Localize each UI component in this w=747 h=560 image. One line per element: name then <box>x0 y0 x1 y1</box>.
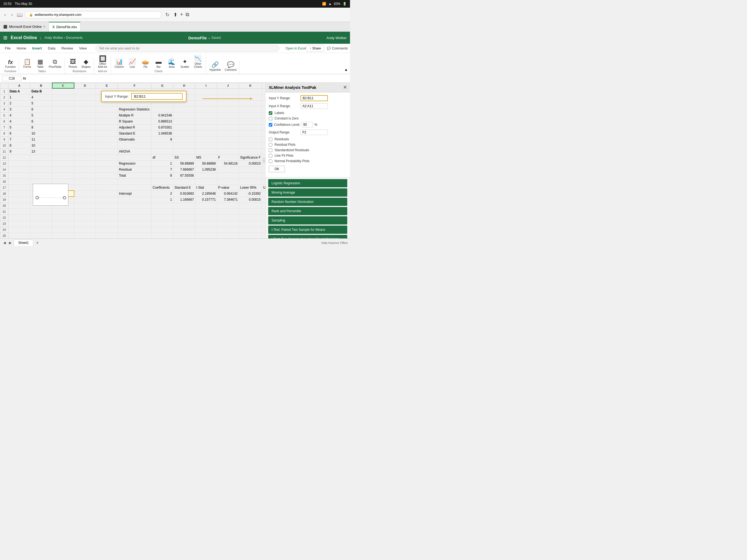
cell-10-2[interactable] <box>52 143 74 149</box>
cell-2-11[interactable] <box>262 94 265 100</box>
tell-me-input[interactable] <box>96 45 279 52</box>
cell-14-2[interactable] <box>52 167 74 173</box>
cell-7-2[interactable] <box>52 124 74 130</box>
cell-12-2[interactable] <box>52 154 74 160</box>
cell-21-5[interactable] <box>118 209 152 215</box>
cell-6-6[interactable]: 0.886513 <box>152 119 173 124</box>
cell-6-0[interactable]: 4 <box>8 119 30 124</box>
cell-5-10[interactable] <box>239 112 262 119</box>
cell-9-9[interactable] <box>217 136 239 143</box>
output-range-input[interactable] <box>301 130 328 135</box>
cell-22-7[interactable] <box>173 215 195 221</box>
cell-22-5[interactable] <box>118 215 152 221</box>
cell-16-6[interactable] <box>152 179 173 184</box>
cell-15-9[interactable] <box>217 173 239 179</box>
cell-16-8[interactable] <box>195 179 217 184</box>
cell-23-2[interactable] <box>52 221 74 227</box>
ribbon-comment-button[interactable]: 💬 Comment <box>223 61 238 72</box>
cell-11-1[interactable]: 13 <box>30 149 52 154</box>
cell-22-10[interactable] <box>239 215 262 221</box>
residual-plots-checkbox[interactable] <box>269 143 272 147</box>
tab-close-icon[interactable]: ✕ <box>43 25 45 28</box>
cell-25-11[interactable] <box>262 233 265 238</box>
cell-14-3[interactable] <box>74 167 96 173</box>
cell-12-6[interactable]: df <box>152 154 173 160</box>
ribbon-officeaddins-button[interactable]: 🔲 OfficeAdd-ins <box>97 55 108 69</box>
input-x-form-field[interactable] <box>301 103 328 109</box>
cell-15-8[interactable] <box>195 173 217 179</box>
cell-19-0[interactable] <box>8 197 30 203</box>
comments-button[interactable]: 💬 Comments <box>327 47 348 50</box>
cell-24-7[interactable] <box>173 227 195 233</box>
cell-23-1[interactable] <box>30 221 52 227</box>
sheet-nav-prev[interactable]: ◀ <box>2 240 7 245</box>
cell-16-4[interactable] <box>96 179 118 184</box>
cell-13-7[interactable]: 59.88889 <box>173 160 195 167</box>
ribbon-forms-button[interactable]: 📋 Forms <box>21 58 33 69</box>
cell-17-9[interactable]: P-value <box>217 184 239 190</box>
cell-10-8[interactable] <box>195 143 217 149</box>
menu-file[interactable]: File <box>2 45 14 52</box>
browser-refresh-button[interactable]: ↻ <box>164 11 171 19</box>
cell-12-0[interactable] <box>8 154 30 160</box>
cell-19-9[interactable]: 7.394671 <box>217 197 239 203</box>
cell-7-0[interactable]: 5 <box>8 124 30 130</box>
add-sheet-button[interactable]: + <box>34 240 40 246</box>
excel-grid[interactable]: A B C D E F G H I J K L M N O <box>0 82 265 238</box>
cell-22-11[interactable] <box>262 215 265 221</box>
cell-7-4[interactable] <box>96 124 118 130</box>
cell-14-5[interactable]: Residual <box>118 167 152 173</box>
cell-14-8[interactable]: 1.095238 <box>195 167 217 173</box>
cell-4-5[interactable]: Regression Statistics <box>118 106 152 112</box>
cell-21-3[interactable] <box>74 209 96 215</box>
cell-6-5[interactable]: R Square <box>118 119 152 124</box>
cell-17-10[interactable]: Lower 95% <box>239 184 262 190</box>
cell-8-3[interactable] <box>74 130 96 136</box>
cell-4-4[interactable] <box>96 106 118 112</box>
cell-5-1[interactable]: 5 <box>30 112 52 119</box>
cell-1-11[interactable] <box>262 88 265 94</box>
cell-21-8[interactable] <box>195 209 217 215</box>
cell-3-1[interactable]: 5 <box>30 100 52 106</box>
cell-4-10[interactable] <box>239 106 262 112</box>
cell-5-3[interactable] <box>74 112 96 119</box>
cell-9-0[interactable]: 7 <box>8 136 30 143</box>
cell-13-2[interactable] <box>52 160 74 167</box>
cell-3-2[interactable] <box>52 100 74 106</box>
browser-forward-button[interactable]: › <box>9 11 14 18</box>
tab-demofile[interactable]: X DemoFile.xlsx <box>49 22 80 31</box>
confidence-level-input[interactable] <box>302 122 313 127</box>
cell-20-3[interactable] <box>74 203 96 209</box>
cell-15-3[interactable] <box>74 173 96 179</box>
cell-12-3[interactable] <box>74 154 96 160</box>
grid-icon[interactable]: ⊞ <box>3 35 7 41</box>
browser-new-tab-button[interactable]: + <box>180 12 183 18</box>
cell-20-10[interactable] <box>239 203 262 209</box>
cell-6-4[interactable] <box>96 119 118 124</box>
cell-25-6[interactable] <box>152 233 173 238</box>
sheet-nav-next[interactable]: ▶ <box>8 240 12 245</box>
cell-18-11[interactable]: 4.153919 <box>262 190 265 197</box>
cell-8-10[interactable] <box>239 130 262 136</box>
tool-btn-2[interactable]: Random Number Generation <box>268 198 347 206</box>
cell-20-5[interactable] <box>118 203 152 209</box>
cell-8-8[interactable] <box>195 130 217 136</box>
cell-21-2[interactable] <box>52 209 74 215</box>
cell-19-4[interactable] <box>96 197 118 203</box>
cell-9-1[interactable]: 11 <box>30 136 52 143</box>
cell-3-11[interactable] <box>262 100 265 106</box>
cell-15-6[interactable]: 8 <box>152 173 173 179</box>
cell-11-3[interactable] <box>74 149 96 154</box>
cell-7-5[interactable]: Adjusted R <box>118 124 152 130</box>
cell-11-4[interactable] <box>96 149 118 154</box>
tool-btn-6[interactable]: t-Test: Two-Sample Assuming Equal Varian… <box>268 235 347 238</box>
open-in-excel-button[interactable]: Open in Excel <box>285 47 306 50</box>
ribbon-function-button[interactable]: fx Function <box>4 58 17 69</box>
cell-1-8[interactable] <box>195 88 217 94</box>
cell-16-10[interactable] <box>239 179 262 184</box>
cell-11-10[interactable] <box>239 149 262 154</box>
cell-3-3[interactable] <box>74 100 96 106</box>
menu-review[interactable]: Review <box>59 45 76 52</box>
normal-probability-checkbox[interactable] <box>269 159 272 163</box>
ribbon-shapes-button[interactable]: ◆ Shapes <box>80 58 92 69</box>
